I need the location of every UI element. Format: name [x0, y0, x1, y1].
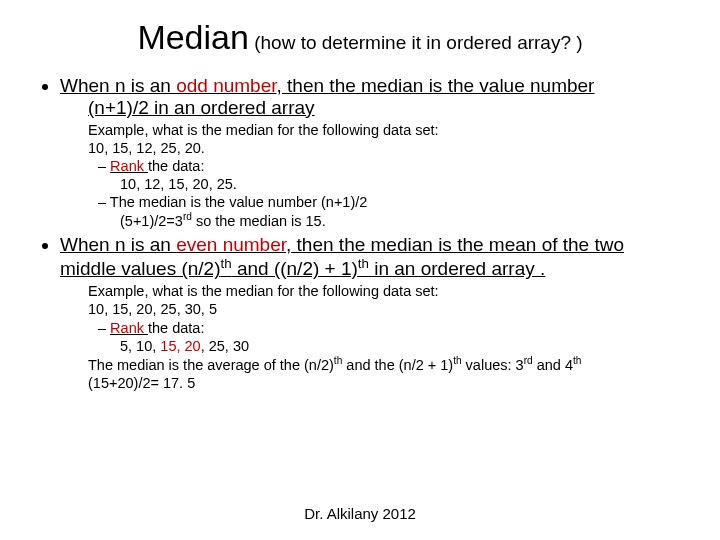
even-ex-ranked: 5, 10, 15, 20, 25, 30 — [98, 337, 684, 355]
even-dash-list: Rank the data: 5, 10, 15, 20, 25, 30 — [88, 319, 684, 355]
bullet-list: When n is an odd number, then the median… — [36, 75, 684, 392]
odd-median-calc: (5+1)/2=3rd so the median is 15. — [98, 211, 684, 230]
odd-median-item: The median is the value number (n+1)/2 (… — [98, 193, 684, 230]
footer: Dr. Alkilany 2012 — [0, 505, 720, 522]
title-sub: (how to determine it in ordered array? ) — [249, 32, 583, 53]
slide-title: Median (how to determine it in ordered a… — [36, 18, 684, 57]
title-main: Median — [137, 18, 249, 56]
odd-bullet: When n is an odd number, then the median… — [60, 75, 684, 230]
even-rank-item: Rank the data: 5, 10, 15, 20, 25, 30 — [98, 319, 684, 355]
even-bullet: When n is an even number, then the media… — [60, 234, 684, 392]
even-ex-intro: Example, what is the median for the foll… — [88, 283, 439, 299]
even-median-calc: (15+20)/2= 17. 5 — [88, 375, 195, 391]
odd-ex-intro: Example, what is the median for the foll… — [88, 122, 439, 138]
odd-ex-data: 10, 15, 12, 25, 20. — [88, 140, 205, 156]
odd-example: Example, what is the median for the foll… — [60, 121, 684, 231]
even-ex-data: 10, 15, 20, 25, 30, 5 — [88, 301, 217, 317]
odd-dash-list: Rank the data: 10, 12, 15, 20, 25. The m… — [88, 157, 684, 230]
even-median-rule: The median is the average of the (n/2)th… — [88, 357, 581, 373]
even-line: When n is an even number, then the media… — [60, 234, 624, 279]
odd-rank-item: Rank the data: 10, 12, 15, 20, 25. — [98, 157, 684, 193]
slide: Median (how to determine it in ordered a… — [0, 0, 720, 540]
even-example: Example, what is the median for the foll… — [60, 282, 684, 392]
odd-ex-ranked: 10, 12, 15, 20, 25. — [98, 175, 684, 193]
odd-line1: When n is an odd number, then the median… — [60, 75, 594, 96]
odd-formula: (n+1)/2 in an ordered array — [60, 97, 315, 119]
